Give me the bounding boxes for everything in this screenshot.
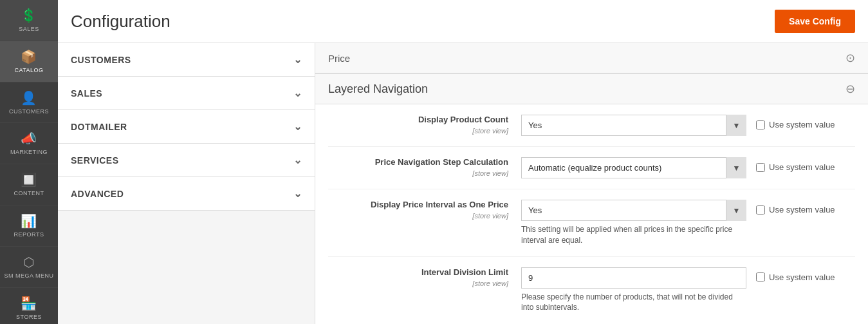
accordion-label-customers: CUSTOMERS (71, 55, 131, 65)
form-label-col-display-product-count: Display Product Count [store view] (328, 115, 521, 136)
interval-division-limit-hint: Please specify the number of products, t… (521, 292, 746, 314)
display-price-interval-hint: This setting will be applied when all pr… (521, 224, 746, 246)
interval-division-limit-input[interactable] (521, 267, 746, 289)
sidebar-item-label: REPORTS (14, 231, 44, 238)
right-panel: Price ⊙ Layered Navigation ⊖ Display Pro… (315, 43, 868, 324)
form-row-interval-division-limit: Interval Division Limit [store view] Ple… (328, 257, 855, 324)
display-price-interval-select[interactable]: Yes No (521, 200, 746, 221)
form-label-col-interval-division-limit: Interval Division Limit [store view] (328, 267, 521, 289)
use-system-value-checkbox-display-price-interval[interactable] (756, 205, 765, 214)
chevron-down-icon: ⌄ (293, 120, 302, 133)
interval-division-limit-inner: Please specify the number of products, t… (521, 267, 746, 314)
sidebar-item-sm-mega-menu[interactable]: ⬡ SM MEGA MENU (0, 247, 58, 288)
use-system-value-display-product-count[interactable]: Use system value (756, 115, 835, 129)
use-system-value-price-navigation-step[interactable]: Use system value (756, 157, 835, 172)
sidebar-item-label: CONTENT (14, 190, 44, 197)
sidebar-item-marketing[interactable]: 📣 MARKETING (0, 123, 58, 164)
accordion-header-services[interactable]: SERVICES ⌄ (58, 144, 315, 176)
use-system-value-label: Use system value (769, 205, 835, 214)
collapse-price-icon[interactable]: ⊙ (845, 51, 855, 65)
display-price-interval-inner: Yes No ▼ This setting will be applied wh… (521, 200, 746, 246)
use-system-value-label: Use system value (769, 272, 835, 282)
form-control-col-display-price-interval: Yes No ▼ This setting will be applied wh… (521, 200, 855, 246)
display-product-count-select[interactable]: Yes No (521, 115, 746, 136)
layered-nav-header: Layered Navigation ⊖ (315, 73, 868, 104)
accordion-label-sales: SALES (71, 88, 102, 99)
price-section-bar: Price ⊙ (315, 43, 868, 73)
reports-icon: 📊 (21, 213, 37, 229)
use-system-value-label: Use system value (769, 120, 835, 129)
interval-division-limit-label: Interval Division Limit (328, 267, 508, 277)
accordion-header-advanced[interactable]: ADVANCED ⌄ (58, 177, 315, 210)
price-navigation-step-select-wrapper: Automatic (equalize product counts) Manu… (521, 157, 746, 178)
sidebar-item-catalog[interactable]: 📦 CATALOG (0, 41, 58, 82)
price-navigation-step-label: Price Navigation Step Calculation (328, 157, 508, 167)
sidebar-item-content[interactable]: 🔲 CONTENT (0, 164, 58, 205)
display-product-count-scope: [store view] (472, 127, 508, 135)
use-system-value-label: Use system value (769, 162, 835, 172)
use-system-value-checkbox-price-navigation-step[interactable] (756, 163, 765, 172)
accordion-label-dotmailer: DOTMAILER (71, 122, 127, 132)
sidebar-item-stores[interactable]: 🏪 STORES (0, 288, 58, 324)
accordion-advanced: ADVANCED ⌄ (58, 177, 315, 211)
sidebar-item-label: CATALOG (14, 67, 43, 74)
chevron-down-icon: ⌄ (293, 154, 302, 166)
accordion-header-sales[interactable]: SALES ⌄ (58, 77, 315, 110)
price-section-title: Price (328, 53, 350, 64)
content-area: CUSTOMERS ⌄ SALES ⌄ DOTMAILER ⌄ (58, 43, 868, 324)
sidebar-item-sales[interactable]: 💲 SALES (0, 0, 58, 41)
accordion-sales: SALES ⌄ (58, 77, 315, 110)
main-area: Configuration Save Config CUSTOMERS ⌄ SA… (58, 0, 868, 324)
sales-icon: 💲 (21, 8, 37, 23)
accordion-label-advanced: ADVANCED (71, 189, 124, 199)
form-row-display-price-interval: Display Price Interval as One Price [sto… (328, 189, 855, 257)
accordion-dotmailer: DOTMAILER ⌄ (58, 110, 315, 144)
form-row-price-navigation-step: Price Navigation Step Calculation [store… (328, 147, 855, 189)
sidebar: 💲 SALES 📦 CATALOG 👤 CUSTOMERS 📣 MARKETIN… (0, 0, 58, 324)
sidebar-item-customers[interactable]: 👤 CUSTOMERS (0, 82, 58, 124)
accordion-label-services: SERVICES (71, 155, 119, 166)
sidebar-item-label: SALES (19, 26, 39, 33)
sidebar-item-label: SM MEGA MENU (4, 272, 53, 280)
sidebar-item-label: STORES (16, 314, 42, 321)
display-product-count-label: Display Product Count (328, 115, 508, 124)
interval-division-limit-scope: [store view] (472, 280, 508, 287)
display-price-interval-label: Display Price Interval as One Price (328, 200, 508, 209)
layered-nav-form: Display Product Count [store view] Yes N… (315, 104, 868, 324)
sidebar-item-label: MARKETING (10, 149, 48, 156)
expand-layered-nav-icon[interactable]: ⊖ (845, 82, 855, 96)
form-label-col-display-price-interval: Display Price Interval as One Price [sto… (328, 200, 521, 221)
display-product-count-select-wrapper: Yes No ▼ (521, 115, 746, 136)
price-navigation-step-scope: [store view] (472, 169, 508, 177)
catalog-icon: 📦 (21, 49, 37, 64)
customers-icon: 👤 (21, 90, 37, 106)
accordion-customers: CUSTOMERS ⌄ (58, 43, 315, 77)
use-system-value-interval-division-limit[interactable]: Use system value (756, 267, 835, 282)
chevron-down-icon: ⌄ (293, 87, 302, 99)
form-row-display-product-count: Display Product Count [store view] Yes N… (328, 104, 855, 147)
form-label-col-price-navigation-step: Price Navigation Step Calculation [store… (328, 157, 521, 178)
layered-nav-title: Layered Navigation (328, 82, 428, 96)
price-navigation-step-select[interactable]: Automatic (equalize product counts) Manu… (521, 157, 746, 178)
accordion-header-customers[interactable]: CUSTOMERS ⌄ (58, 43, 315, 76)
use-system-value-display-price-interval[interactable]: Use system value (756, 200, 835, 214)
display-price-interval-select-wrapper: Yes No ▼ (521, 200, 746, 221)
page-header: Configuration Save Config (58, 0, 868, 43)
use-system-value-checkbox-display-product-count[interactable] (756, 120, 765, 129)
chevron-down-icon: ⌄ (293, 187, 302, 200)
use-system-value-checkbox-interval-division-limit[interactable] (756, 272, 765, 281)
sidebar-item-label: CUSTOMERS (9, 108, 49, 115)
form-control-col-price-navigation-step: Automatic (equalize product counts) Manu… (521, 157, 855, 178)
save-config-button[interactable]: Save Config (775, 10, 855, 33)
display-price-interval-scope: [store view] (472, 212, 508, 220)
content-icon: 🔲 (21, 172, 37, 187)
stores-icon: 🏪 (21, 296, 37, 311)
chevron-down-icon: ⌄ (293, 53, 302, 66)
accordion-services: SERVICES ⌄ (58, 144, 315, 177)
accordion-header-dotmailer[interactable]: DOTMAILER ⌄ (58, 110, 315, 143)
left-panel: CUSTOMERS ⌄ SALES ⌄ DOTMAILER ⌄ (58, 43, 315, 324)
marketing-icon: 📣 (21, 131, 37, 146)
page-title: Configuration (71, 12, 171, 32)
sidebar-item-reports[interactable]: 📊 REPORTS (0, 205, 58, 247)
sm-mega-menu-icon: ⬡ (23, 254, 35, 270)
